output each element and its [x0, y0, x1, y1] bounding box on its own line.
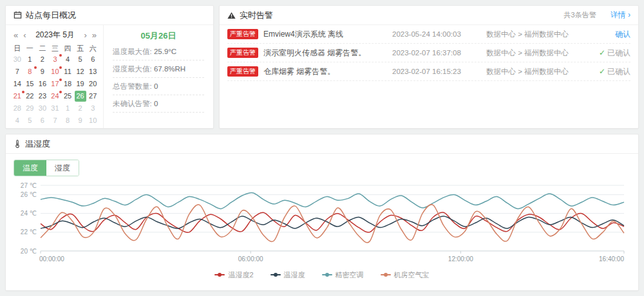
calendar-day[interactable]: 4	[11, 115, 24, 127]
calendar-day[interactable]: 4	[61, 54, 74, 66]
next-month-button[interactable]: ›	[81, 30, 89, 40]
calendar-day[interactable]: 9	[74, 115, 87, 127]
legend-marker-icon	[270, 272, 281, 277]
day-number: 4	[12, 115, 23, 126]
alert-time: 2023-02-07 16:15:23	[392, 68, 481, 75]
day-number: 5	[75, 54, 86, 65]
calendar-day[interactable]: 11	[61, 66, 74, 79]
calendar-day[interactable]: 3	[86, 103, 99, 115]
calendar-day[interactable]: 6	[36, 115, 49, 127]
alert-time: 2023-05-24 14:00:03	[392, 30, 481, 38]
confirmed-status: ✓已确认	[596, 66, 630, 77]
chevron-right-icon: ›	[628, 10, 630, 19]
calendar-day[interactable]: 28	[11, 103, 24, 115]
calendar-day[interactable]: 18	[61, 79, 74, 91]
calendar-day[interactable]: 7	[49, 115, 62, 127]
calendar-nav: « ‹ 2023年 5月 › »	[11, 27, 99, 42]
alert-time: 2023-02-07 16:37:08	[392, 49, 481, 57]
day-number: 30	[37, 103, 48, 114]
calendar-day[interactable]: 5	[74, 54, 87, 66]
day-number: 1	[24, 54, 35, 65]
legend-label: 温湿度2	[228, 270, 253, 280]
day-number: 6	[87, 54, 99, 65]
legend-item[interactable]: 机房空气宝	[381, 270, 430, 280]
calendar-grid: 日一二三四五六301234567891011121314151617181920…	[11, 42, 99, 127]
calendar-day[interactable]: 20	[86, 79, 99, 91]
alert-message: 演示室明火传感器 烟雾告警。	[263, 48, 387, 59]
day-number: 26	[75, 91, 86, 102]
svg-text:27 ℃: 27 ℃	[21, 182, 37, 189]
calendar-day[interactable]: 22	[24, 91, 37, 103]
calendar-day[interactable]: 12	[74, 66, 87, 79]
calendar-day[interactable]: 5	[24, 115, 37, 127]
daily-stats: 温度最大值: 25.9°C湿度最大值: 67.8%RH总告警数量: 0未确认告警…	[113, 43, 204, 113]
calendar-day[interactable]: 13	[86, 66, 99, 79]
calendar-day[interactable]: 1	[61, 103, 74, 115]
calendar-day[interactable]: 14	[11, 79, 24, 91]
severity-badge: 严重告警	[227, 48, 258, 58]
alerts-header: 实时告警 共3条告警 详情 ›	[220, 6, 638, 25]
next-year-button[interactable]: »	[90, 30, 99, 40]
calendar-day[interactable]: 2	[74, 103, 87, 115]
calendar-day[interactable]: 6	[86, 54, 99, 66]
day-number: 11	[62, 66, 73, 77]
calendar-day[interactable]: 30	[36, 103, 49, 115]
calendar-day[interactable]: 10	[49, 66, 62, 79]
daily-overview-header: 站点每日概况	[6, 6, 213, 25]
stat-row: 未确认告警: 0	[113, 95, 204, 113]
day-number: 28	[12, 103, 23, 114]
calendar-day[interactable]: 3	[49, 54, 62, 66]
calendar-day[interactable]: 30	[11, 54, 24, 66]
calendar-day[interactable]: 24	[49, 91, 62, 103]
alert-location: 数据中心 > 福州数据中心	[486, 30, 591, 39]
weekday-label: 六	[86, 42, 99, 54]
confirmed-status: ✓已确认	[596, 48, 630, 59]
calendar-day[interactable]: 7	[11, 66, 24, 79]
calendar-day[interactable]: 17	[49, 79, 62, 91]
calendar-day[interactable]: 9	[36, 66, 49, 79]
stat-value: 25.9°C	[154, 48, 176, 55]
day-number: 2	[75, 103, 86, 114]
legend-item[interactable]: 精密空调	[322, 270, 364, 280]
chart-legend: 温湿度2温湿度精密空调机房空气宝	[6, 269, 638, 281]
legend-item[interactable]: 温湿度	[270, 270, 305, 280]
alerts-details-link[interactable]: 详情 ›	[611, 10, 630, 21]
prev-year-button[interactable]: «	[11, 30, 21, 40]
calendar-day[interactable]: 1	[24, 54, 37, 66]
calendar-day[interactable]: 25	[61, 91, 74, 103]
calendar-day[interactable]: 21	[11, 91, 24, 103]
calendar-day[interactable]: 31	[49, 103, 62, 115]
calendar-day[interactable]: 29	[24, 103, 37, 115]
calendar-day[interactable]: 26	[74, 91, 87, 103]
alert-row: 严重告警演示室明火传感器 烟雾告警。2023-02-07 16:37:08数据中…	[227, 44, 630, 62]
chart-canvas: 27 ℃26 ℃24 ℃22 ℃20 ℃00:00:0006:00:0012:0…	[14, 178, 632, 266]
day-number: 4	[62, 54, 73, 65]
day-number: 9	[37, 66, 48, 77]
calendar-day[interactable]: 23	[36, 91, 49, 103]
calendar-day[interactable]: 27	[86, 91, 99, 103]
calendar-day[interactable]: 16	[36, 79, 49, 91]
toggle-humidity[interactable]: 湿度	[46, 160, 79, 176]
alert-location: 数据中心 > 福州数据中心	[486, 48, 591, 58]
confirm-button[interactable]: 确认	[596, 29, 630, 40]
calendar-day[interactable]: 8	[61, 115, 74, 127]
calendar-month-title: 2023年 5月	[29, 30, 82, 41]
day-number: 19	[75, 79, 86, 89]
weekday-label: 一	[24, 42, 37, 54]
day-number: 15	[24, 79, 35, 89]
weekday-label: 四	[61, 42, 74, 54]
toggle-temperature[interactable]: 温度	[14, 160, 46, 176]
chart-header: 温湿度	[6, 134, 638, 154]
legend-marker-icon	[322, 272, 332, 277]
temp-humidity-panel: 温湿度 温度 湿度 27 ℃26 ℃24 ℃22 ℃20 ℃00:00:0006…	[5, 134, 639, 291]
legend-item[interactable]: 温湿度2	[214, 270, 253, 280]
prev-month-button[interactable]: ‹	[21, 30, 28, 40]
alert-message: 仓库烟雾 烟雾告警。	[263, 66, 387, 77]
calendar-day[interactable]: 15	[24, 79, 37, 91]
calendar-day[interactable]: 10	[86, 115, 99, 127]
calendar-day[interactable]: 19	[74, 79, 87, 91]
day-number: 24	[49, 91, 61, 102]
calendar-day[interactable]: 2	[36, 54, 49, 66]
calendar-day[interactable]: 8	[24, 66, 37, 79]
alerts-list: 严重告警Emview4演示系统 离线2023-05-24 14:00:03数据中…	[220, 25, 638, 81]
